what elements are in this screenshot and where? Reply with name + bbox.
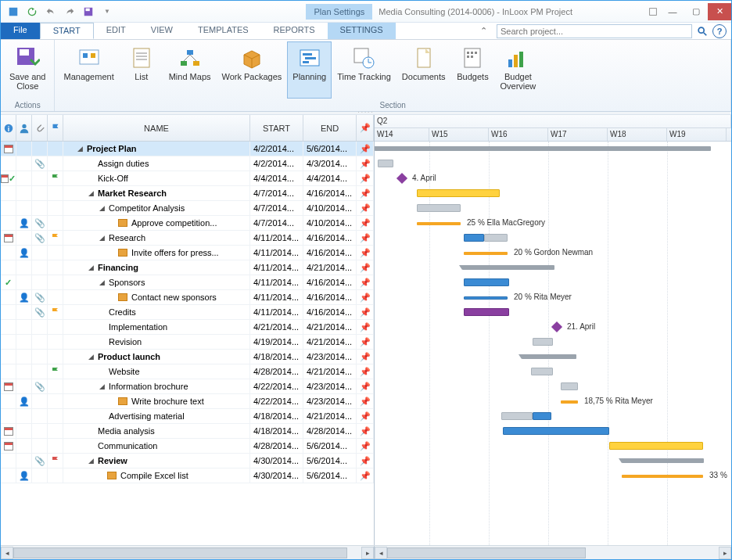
gantt-row [375,216,731,231]
timeline-body[interactable]: 4. April25 % Ella MacGregory20 % Gordon … [375,142,731,545]
save-close-button[interactable]: Save and Close [4,41,51,99]
task-row[interactable]: 👤Write brochure text4/22/2014...4/23/201… [1,394,374,409]
app-icon[interactable] [5,4,21,20]
task-row[interactable]: Communication4/28/2014...5/6/2014...📌 [1,439,374,454]
search-input[interactable] [497,24,692,38]
gantt-bar[interactable] [464,308,509,316]
task-row[interactable]: 👤📎Contact new sponsors4/11/2014...4/16/2… [1,290,374,305]
undo-icon[interactable] [43,4,59,20]
col-pin-icon[interactable]: 📌 [357,115,374,141]
task-row[interactable]: Media analysis4/18/2014...4/28/2014...📌 [1,424,374,439]
gantt-bar[interactable] [609,442,703,450]
summary-bar[interactable] [522,354,576,359]
task-row[interactable]: 📎◢Research4/11/2014...4/16/2014...📌 [1,231,374,246]
gantt-bar[interactable] [622,475,703,478]
task-row[interactable]: ◢Financing4/11/2014...4/21/2014...📌 [1,260,374,275]
tab-reports[interactable]: REPORTS [261,23,328,39]
gantt-bar[interactable] [561,382,578,390]
qat-dropdown-icon[interactable]: ▼ [99,4,115,20]
help-icon[interactable]: ? [712,24,727,38]
task-row[interactable]: Revision4/19/2014...4/21/2014...📌 [1,335,374,350]
scroll-right-button[interactable]: ▸ [361,547,374,559]
tab-start[interactable]: START [40,23,94,39]
time-tracking-button[interactable]: Time Tracking [332,41,396,99]
col-info-icon[interactable]: i [1,115,16,141]
task-row[interactable]: 📎◢Review4/30/2014...5/6/2014...📌 [1,454,374,468]
milestone-icon[interactable] [396,173,407,184]
redo-icon[interactable] [62,4,77,20]
refresh-icon[interactable] [24,4,40,20]
col-end[interactable]: END [303,115,357,141]
tab-settings[interactable]: SETTINGS [328,23,396,39]
ribbon-options-icon[interactable] [645,4,661,20]
svg-rect-2 [86,8,90,11]
tab-edit[interactable]: EDIT [94,23,138,39]
tab-templates[interactable]: TEMPLATES [185,23,261,39]
ribbon-collapse-icon[interactable]: ⌃ [474,23,493,39]
task-row[interactable]: ◢Market Research4/7/2014...4/16/2014...📌 [1,186,374,201]
task-row[interactable]: ✓Kick-Off4/4/2014...4/4/2014...📌 [1,171,374,186]
gantt-bar[interactable] [484,234,508,242]
task-row[interactable]: ◢Competitor Analysis4/7/2014...4/10/2014… [1,201,374,216]
col-clip-icon[interactable] [32,115,48,141]
task-row[interactable]: 📎Credits4/11/2014...4/16/2014...📌 [1,305,374,320]
gantt-bar[interactable] [464,234,484,242]
minimize-button[interactable]: — [661,3,684,20]
gantt-row [375,186,731,201]
close-button[interactable]: ✕ [708,3,731,20]
scroll-track-right[interactable] [387,547,719,559]
budget-overview-button[interactable]: Budget Overview [494,41,541,99]
gantt-bar[interactable] [378,160,393,167]
list-button[interactable]: List [120,41,163,99]
svg-rect-23 [303,61,309,63]
task-row[interactable]: ◢Project Plan4/2/2014...5/6/2014...📌 [1,142,374,156]
task-row[interactable]: 👤📎Approve competition...4/7/2014...4/10/… [1,216,374,231]
task-row[interactable]: ◢Product launch4/18/2014...4/23/2014...📌 [1,350,374,364]
tab-view[interactable]: VIEW [138,23,185,39]
scroll-right-button-2[interactable]: ▸ [719,547,731,559]
task-row[interactable]: 👤Invite offers for press...4/11/2014...4… [1,246,374,260]
col-start[interactable]: START [250,115,303,141]
documents-button[interactable]: Documents [396,41,451,99]
gantt-bar[interactable] [501,412,533,420]
gantt-bar[interactable] [503,427,609,435]
search-icon[interactable] [695,24,709,38]
task-row[interactable]: Website4/28/2014...4/21/2014...📌 [1,364,374,379]
col-flag-icon[interactable] [48,115,63,141]
gantt-bar[interactable] [417,222,461,225]
management-button[interactable]: Management [58,41,119,99]
budgets-button[interactable]: Budgets [450,41,494,99]
gantt-bar[interactable] [417,189,500,197]
col-name[interactable]: NAME [63,115,250,141]
gantt-bar[interactable] [533,338,553,346]
task-row[interactable]: 👤Compile Excel list4/30/2014...5/6/2014.… [1,468,374,483]
task-row[interactable]: 📎Assign duties4/2/2014...4/3/2014...📌 [1,156,374,171]
tab-file[interactable]: File [1,23,40,39]
time-tracking-icon [351,45,376,70]
gantt-bar[interactable] [561,400,578,404]
task-row[interactable]: Implementation4/21/2014...4/21/2014...📌 [1,320,374,335]
task-row[interactable]: Advertising material4/18/2014...4/21/201… [1,409,374,424]
summary-bar[interactable] [375,146,711,151]
milestone-icon[interactable] [551,321,562,332]
scroll-track-left[interactable] [13,547,361,559]
task-row[interactable]: ✓◢Sponsors4/11/2014...4/16/2014...📌 [1,275,374,290]
mind-maps-button[interactable]: Mind Maps [163,41,217,99]
summary-bar[interactable] [622,458,704,463]
task-row[interactable]: 📎◢Information brochure4/22/2014...4/23/2… [1,379,374,394]
gantt-bar[interactable] [531,368,553,375]
summary-bar[interactable] [462,265,554,270]
col-person-icon[interactable] [16,115,32,141]
scroll-left-button[interactable]: ◂ [1,547,13,559]
planning-button[interactable]: Planning [287,41,332,99]
scroll-left-button-2[interactable]: ◂ [375,547,387,559]
gantt-bar[interactable] [417,204,461,212]
save-icon[interactable] [81,4,96,20]
gantt-bar[interactable] [464,278,509,286]
gantt-bar[interactable] [464,296,508,300]
task-end: 5/6/2014... [303,468,357,483]
gantt-bar[interactable] [464,252,508,255]
work-packages-button[interactable]: Work Packages [217,41,288,99]
gantt-bar[interactable] [533,412,551,420]
maximize-button[interactable]: ▢ [684,3,708,20]
